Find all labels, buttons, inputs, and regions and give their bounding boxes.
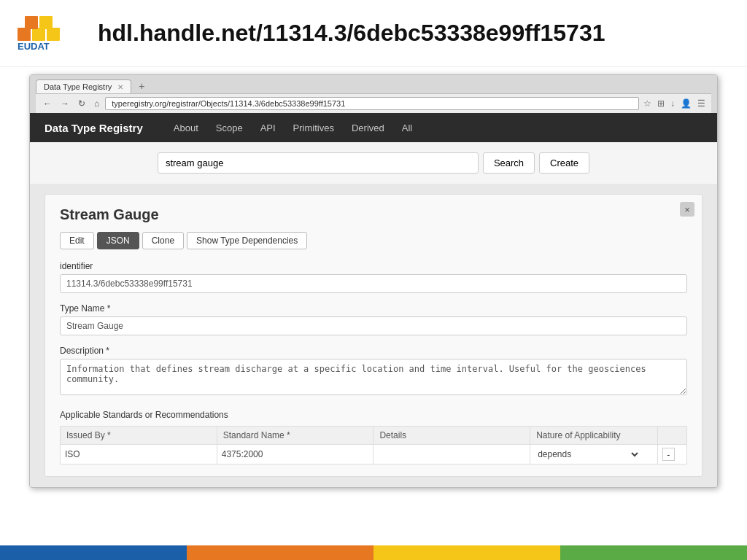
svg-rect-4 — [47, 28, 60, 41]
top-header: EUDAT hdl.handle.net/11314.3/6debc53338e… — [0, 0, 747, 67]
col-details: Details — [374, 427, 530, 445]
bar-blue — [0, 545, 187, 560]
url-bar[interactable] — [105, 97, 639, 110]
bar-orange — [187, 545, 374, 560]
table-row: dependsmandatoryoptionaldepends - — [61, 445, 687, 464]
cell-remove[interactable]: - — [657, 445, 686, 464]
app-navbar: Data Type Registry About Scope API Primi… — [30, 113, 717, 142]
toolbar-icons: ☆ ⊞ ↓ 👤 ☰ — [642, 97, 707, 110]
browser-chrome: Data Type Registry ✕ + ← → ↻ ⌂ ☆ ⊞ ↓ 👤 ☰ — [30, 75, 717, 113]
json-button[interactable]: JSON — [97, 232, 139, 249]
show-type-dependencies-button[interactable]: Show Type Dependencies — [187, 232, 307, 249]
star-icon[interactable]: ☆ — [642, 97, 653, 110]
cell-details[interactable] — [374, 445, 530, 464]
bookmark-icon[interactable]: ⊞ — [656, 97, 666, 110]
col-standard-name: Standard Name * — [217, 427, 374, 445]
identifier-label: identifier — [60, 261, 687, 271]
standards-table: Issued By * Standard Name * Details Natu… — [60, 426, 687, 464]
active-tab[interactable]: Data Type Registry ✕ — [36, 79, 131, 93]
nav-all[interactable]: All — [393, 113, 421, 142]
type-title: Stream Gauge — [60, 206, 687, 223]
cell-issued-by[interactable] — [61, 445, 217, 464]
nav-api[interactable]: API — [252, 113, 285, 142]
reload-button[interactable]: ↻ — [75, 97, 88, 110]
description-field-group: Description * Information that defines s… — [60, 346, 687, 398]
type-name-field-group: Type Name * — [60, 303, 687, 335]
new-tab-button[interactable]: + — [134, 79, 149, 93]
edit-button[interactable]: Edit — [60, 232, 94, 249]
browser-tabs: Data Type Registry ✕ + — [36, 79, 711, 93]
svg-rect-0 — [18, 28, 31, 41]
tab-label: Data Type Registry — [44, 82, 112, 91]
description-label: Description * — [60, 346, 687, 356]
svg-rect-1 — [32, 28, 45, 41]
type-card-close-button[interactable]: × — [680, 202, 694, 217]
settings-icon[interactable]: ☰ — [696, 97, 707, 110]
col-nature: Nature of Applicability — [530, 427, 657, 445]
cell-nature[interactable]: dependsmandatoryoptionaldepends — [530, 445, 657, 464]
handle-url: hdl.handle.net/11314.3/6debc53338e99ff15… — [98, 20, 605, 47]
type-name-label: Type Name * — [60, 303, 687, 314]
identifier-input — [60, 274, 687, 293]
nav-primitives[interactable]: Primitives — [285, 113, 343, 142]
type-card: × Stream Gauge Edit JSON Clone Show Type… — [44, 194, 703, 477]
svg-rect-2 — [25, 16, 38, 29]
col-actions — [657, 427, 686, 445]
create-button[interactable]: Create — [539, 152, 589, 174]
nav-derived[interactable]: Derived — [343, 113, 393, 142]
download-icon[interactable]: ↓ — [669, 97, 676, 110]
standards-title: Applicable Standards or Recommendations — [60, 410, 687, 420]
forward-button[interactable]: → — [58, 97, 72, 110]
tab-close-icon[interactable]: ✕ — [117, 83, 123, 91]
standards-section: Applicable Standards or Recommendations … — [60, 410, 687, 464]
nav-about[interactable]: About — [165, 113, 207, 142]
cell-standard-name[interactable] — [217, 445, 374, 464]
search-input[interactable] — [158, 152, 479, 174]
browser-window: Data Type Registry ✕ + ← → ↻ ⌂ ☆ ⊞ ↓ 👤 ☰… — [29, 74, 718, 488]
col-issued-by: Issued By * — [61, 427, 217, 445]
bottom-color-bar — [0, 545, 747, 560]
nav-scope[interactable]: Scope — [207, 113, 252, 142]
clone-button[interactable]: Clone — [142, 232, 184, 249]
browser-toolbar: ← → ↻ ⌂ ☆ ⊞ ↓ 👤 ☰ — [36, 93, 711, 113]
description-textarea[interactable]: Information that defines stream discharg… — [60, 359, 687, 395]
app-brand: Data Type Registry — [44, 122, 143, 134]
svg-rect-3 — [39, 16, 53, 29]
eudat-logo: EUDAT — [18, 13, 83, 53]
bar-green — [560, 545, 747, 560]
home-button[interactable]: ⌂ — [91, 97, 102, 110]
profile-icon[interactable]: 👤 — [679, 97, 693, 110]
bar-yellow — [374, 545, 560, 560]
content-area: × Stream Gauge Edit JSON Clone Show Type… — [30, 184, 717, 487]
search-section: Search Create — [30, 142, 717, 184]
type-name-input[interactable] — [60, 316, 687, 335]
identifier-field-group: identifier — [60, 261, 687, 293]
back-button[interactable]: ← — [40, 97, 55, 110]
search-button[interactable]: Search — [483, 152, 535, 174]
svg-text:EUDAT: EUDAT — [18, 41, 50, 52]
type-actions: Edit JSON Clone Show Type Dependencies — [60, 232, 687, 249]
